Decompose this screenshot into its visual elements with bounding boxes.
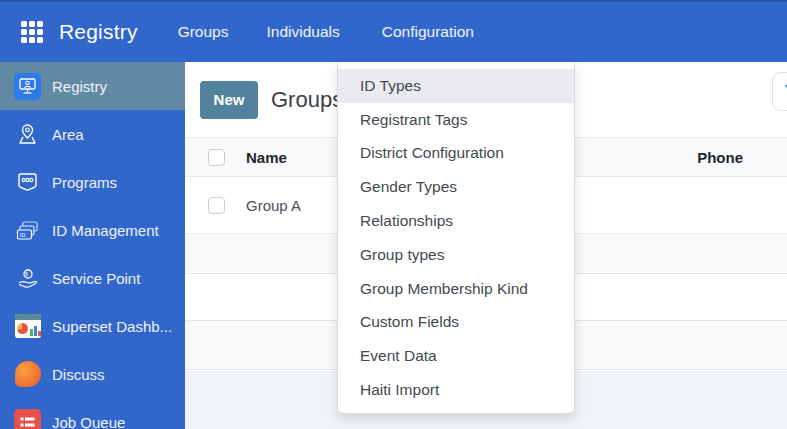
sidebar-item-label: Programs	[52, 174, 117, 191]
page-title: Groups	[271, 87, 343, 113]
configuration-dropdown-menu: ID Types Registrant Tags District Config…	[337, 62, 575, 414]
sidebar-item-label: Registry	[52, 78, 107, 95]
nav-menu-individuals[interactable]: Individuals	[266, 23, 339, 41]
column-header-phone[interactable]: Phone	[587, 149, 787, 166]
app-brand-title[interactable]: Registry	[59, 20, 138, 44]
sidebar-item-label: Area	[52, 126, 84, 143]
id-management-icon: ID	[14, 217, 41, 244]
sidebar-item-job-queue[interactable]: Job Queue	[0, 398, 185, 429]
service-point-icon: $	[14, 265, 41, 292]
menu-item-registrant-tags[interactable]: Registrant Tags	[338, 103, 574, 137]
svg-text:ID: ID	[20, 232, 26, 238]
menu-item-event-data[interactable]: Event Data	[338, 339, 574, 373]
programs-icon	[14, 169, 41, 196]
sidebar-item-service-point[interactable]: $ Service Point	[0, 254, 185, 302]
menu-item-gender-types[interactable]: Gender Types	[338, 170, 574, 204]
menu-item-id-types[interactable]: ID Types	[338, 69, 574, 103]
sidebar-item-label: Service Point	[52, 270, 140, 287]
sidebar: Registry Area Programs	[0, 62, 185, 429]
menu-item-haiti-import[interactable]: Haiti Import	[338, 373, 574, 407]
sidebar-item-label: Discuss	[52, 366, 105, 383]
menu-item-custom-fields[interactable]: Custom Fields	[338, 306, 574, 340]
search-input[interactable]	[772, 72, 787, 111]
nav-menu-groups[interactable]: Groups	[178, 23, 229, 41]
apps-grid-icon[interactable]	[21, 21, 43, 43]
new-button[interactable]: New	[200, 81, 258, 119]
select-all-checkbox[interactable]	[208, 149, 225, 166]
sidebar-item-label: ID Management	[52, 222, 159, 239]
superset-dashboard-icon	[14, 313, 41, 340]
menu-item-district-configuration[interactable]: District Configuration	[338, 137, 574, 171]
sidebar-item-programs[interactable]: Programs	[0, 158, 185, 206]
area-icon	[14, 121, 41, 148]
sidebar-item-label: Job Queue	[52, 414, 125, 429]
sidebar-item-registry[interactable]: Registry	[0, 62, 185, 110]
sidebar-item-label: Superset Dashb...	[52, 318, 172, 335]
app-window: Registry Groups Individuals Configuratio…	[0, 0, 787, 429]
discuss-icon	[14, 361, 41, 388]
sidebar-item-superset-dashboard[interactable]: Superset Dashb...	[0, 302, 185, 350]
nav-menu-configuration[interactable]: Configuration	[382, 23, 474, 41]
job-queue-icon	[14, 409, 41, 429]
sidebar-item-discuss[interactable]: Discuss	[0, 350, 185, 398]
top-navbar: Registry Groups Individuals Configuratio…	[0, 0, 787, 62]
row-checkbox[interactable]	[208, 197, 225, 214]
registry-icon	[14, 73, 41, 100]
menu-item-group-types[interactable]: Group types	[338, 238, 574, 272]
sidebar-item-area[interactable]: Area	[0, 110, 185, 158]
sidebar-item-id-management[interactable]: ID ID Management	[0, 206, 185, 254]
menu-item-group-membership-kind[interactable]: Group Membership Kind	[338, 272, 574, 306]
menu-item-relationships[interactable]: Relationships	[338, 204, 574, 238]
svg-text:$: $	[25, 271, 28, 277]
